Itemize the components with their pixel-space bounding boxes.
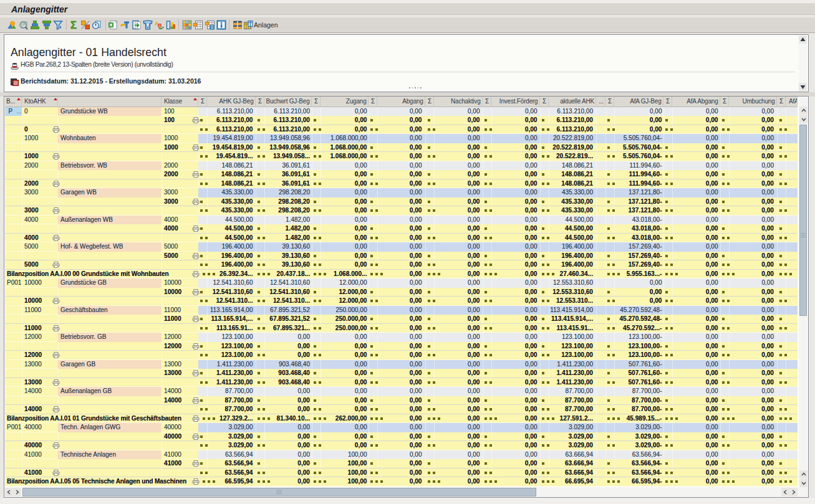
svg-text:Σ: Σ [70, 20, 77, 30]
svg-text:B: B [158, 22, 162, 29]
